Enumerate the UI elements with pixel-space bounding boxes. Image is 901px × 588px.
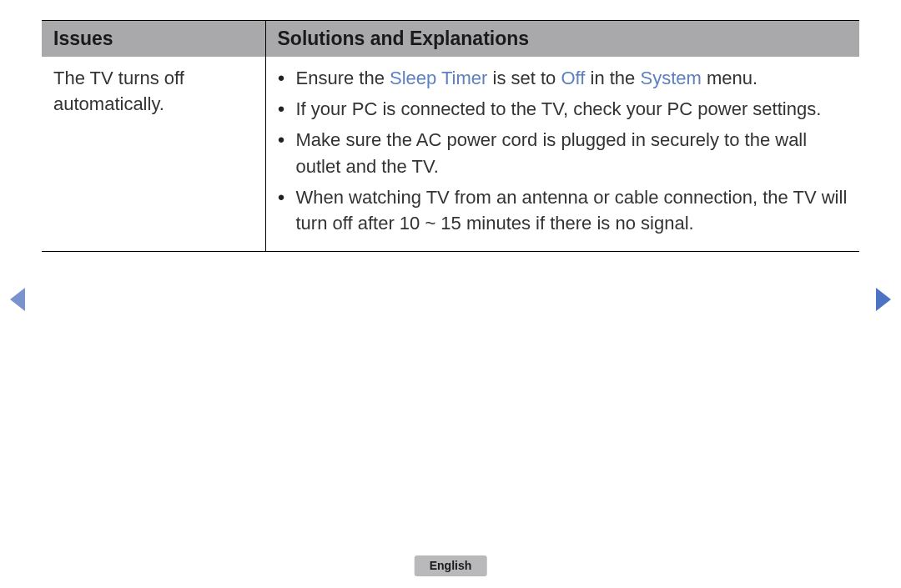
next-page-arrow-icon[interactable] <box>876 288 891 311</box>
text-segment: Ensure the <box>296 68 390 88</box>
text-segment: If your PC is connected to the TV, check… <box>296 98 822 119</box>
previous-page-arrow-icon[interactable] <box>10 288 25 311</box>
solution-cell: Ensure the Sleep Timer is set to Off in … <box>265 57 859 252</box>
text-segment: Make sure the AC power cord is plugged i… <box>296 129 808 176</box>
list-item: Ensure the Sleep Timer is set to Off in … <box>278 65 850 91</box>
header-solutions: Solutions and Explanations <box>265 21 859 58</box>
text-segment: menu. <box>702 68 758 88</box>
solutions-list: Ensure the Sleep Timer is set to Off in … <box>278 65 850 236</box>
list-item: When watching TV from an antenna or cabl… <box>278 184 850 236</box>
issue-cell: The TV turns off automatically. <box>42 57 265 252</box>
text-segment: is set to <box>487 68 561 88</box>
troubleshooting-table: Issues Solutions and Explanations The TV… <box>42 20 859 252</box>
list-item: If your PC is connected to the TV, check… <box>278 96 850 122</box>
highlighted-term: Sleep Timer <box>390 68 487 88</box>
table-row: The TV turns off automatically. Ensure t… <box>42 57 859 252</box>
list-item: Make sure the AC power cord is plugged i… <box>278 127 850 178</box>
header-issues: Issues <box>42 21 265 58</box>
language-badge: English <box>415 555 487 576</box>
text-segment: in the <box>585 68 640 88</box>
highlighted-term: Off <box>561 68 585 88</box>
highlighted-term: System <box>640 68 701 88</box>
page-container: Issues Solutions and Explanations The TV… <box>0 0 901 588</box>
text-segment: When watching TV from an antenna or cabl… <box>296 187 848 234</box>
